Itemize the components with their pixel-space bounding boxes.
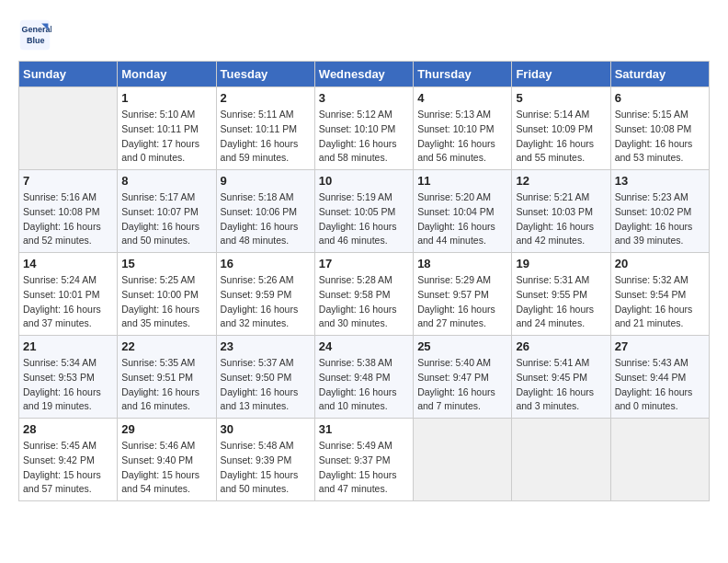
day-number: 23 — [221, 339, 311, 353]
day-info: Sunrise: 5:41 AMSunset: 9:45 PMDaylight:… — [516, 356, 606, 414]
day-info: Sunrise: 5:25 AMSunset: 10:00 PMDaylight… — [121, 273, 211, 331]
day-info: Sunrise: 5:28 AMSunset: 9:58 PMDaylight:… — [319, 273, 409, 331]
day-info: Sunrise: 5:24 AMSunset: 10:01 PMDaylight… — [23, 273, 113, 331]
col-header-saturday: Saturday — [610, 62, 709, 87]
col-header-thursday: Thursday — [414, 62, 512, 87]
day-number: 15 — [121, 257, 211, 270]
day-number: 3 — [319, 91, 409, 105]
day-number: 4 — [417, 91, 507, 105]
day-number: 8 — [121, 174, 211, 188]
calendar-cell: 22Sunrise: 5:35 AMSunset: 9:51 PMDayligh… — [118, 336, 216, 419]
day-number: 7 — [23, 174, 113, 188]
calendar-week-row: 7Sunrise: 5:16 AMSunset: 10:08 PMDayligh… — [19, 170, 710, 253]
day-number: 6 — [615, 91, 705, 105]
col-header-sunday: Sunday — [19, 62, 118, 87]
calendar-cell: 28Sunrise: 5:45 AMSunset: 9:42 PMDayligh… — [19, 419, 118, 501]
calendar-cell: 21Sunrise: 5:34 AMSunset: 9:53 PMDayligh… — [19, 336, 118, 419]
day-number: 1 — [121, 91, 211, 105]
day-info: Sunrise: 5:49 AMSunset: 9:37 PMDaylight:… — [319, 439, 409, 497]
day-info: Sunrise: 5:40 AMSunset: 9:47 PMDaylight:… — [417, 356, 507, 414]
day-number: 17 — [319, 257, 409, 270]
day-number: 19 — [516, 257, 606, 270]
day-info: Sunrise: 5:34 AMSunset: 9:53 PMDaylight:… — [23, 356, 113, 414]
calendar-cell: 8Sunrise: 5:17 AMSunset: 10:07 PMDayligh… — [118, 170, 216, 253]
col-header-tuesday: Tuesday — [216, 62, 314, 87]
day-info: Sunrise: 5:10 AMSunset: 10:11 PMDaylight… — [121, 108, 211, 166]
calendar-cell: 30Sunrise: 5:48 AMSunset: 9:39 PMDayligh… — [216, 419, 314, 501]
day-info: Sunrise: 5:12 AMSunset: 10:10 PMDaylight… — [319, 108, 409, 166]
calendar-cell: 16Sunrise: 5:26 AMSunset: 9:59 PMDayligh… — [216, 253, 314, 336]
calendar-table: SundayMondayTuesdayWednesdayThursdayFrid… — [18, 61, 710, 501]
calendar-cell — [19, 87, 118, 170]
calendar-cell — [512, 419, 610, 501]
day-number: 24 — [319, 339, 409, 353]
calendar-cell: 26Sunrise: 5:41 AMSunset: 9:45 PMDayligh… — [512, 336, 610, 419]
day-info: Sunrise: 5:18 AMSunset: 10:06 PMDaylight… — [221, 190, 311, 248]
day-info: Sunrise: 5:29 AMSunset: 9:57 PMDaylight:… — [417, 273, 507, 331]
calendar-week-row: 21Sunrise: 5:34 AMSunset: 9:53 PMDayligh… — [19, 336, 710, 419]
day-info: Sunrise: 5:16 AMSunset: 10:08 PMDaylight… — [23, 190, 113, 248]
day-number: 9 — [221, 174, 311, 188]
day-info: Sunrise: 5:15 AMSunset: 10:08 PMDaylight… — [615, 108, 705, 166]
calendar-cell: 14Sunrise: 5:24 AMSunset: 10:01 PMDaylig… — [19, 253, 118, 336]
calendar-cell: 11Sunrise: 5:20 AMSunset: 10:04 PMDaylig… — [414, 170, 512, 253]
calendar-cell: 19Sunrise: 5:31 AMSunset: 9:55 PMDayligh… — [512, 253, 610, 336]
day-number: 27 — [615, 339, 705, 353]
day-info: Sunrise: 5:37 AMSunset: 9:50 PMDaylight:… — [221, 356, 311, 414]
day-number: 29 — [121, 422, 211, 436]
calendar-cell: 6Sunrise: 5:15 AMSunset: 10:08 PMDayligh… — [610, 87, 709, 170]
day-info: Sunrise: 5:45 AMSunset: 9:42 PMDaylight:… — [23, 439, 113, 497]
day-info: Sunrise: 5:48 AMSunset: 9:39 PMDaylight:… — [221, 439, 311, 497]
calendar-cell: 18Sunrise: 5:29 AMSunset: 9:57 PMDayligh… — [414, 253, 512, 336]
day-info: Sunrise: 5:46 AMSunset: 9:40 PMDaylight:… — [121, 439, 211, 497]
day-number: 26 — [516, 339, 606, 353]
day-number: 21 — [23, 339, 113, 353]
calendar-week-row: 28Sunrise: 5:45 AMSunset: 9:42 PMDayligh… — [19, 419, 710, 501]
day-info: Sunrise: 5:38 AMSunset: 9:48 PMDaylight:… — [319, 356, 409, 414]
calendar-cell — [610, 419, 709, 501]
day-number: 2 — [221, 91, 311, 105]
day-info: Sunrise: 5:13 AMSunset: 10:10 PMDaylight… — [417, 108, 507, 166]
day-info: Sunrise: 5:19 AMSunset: 10:05 PMDaylight… — [319, 190, 409, 248]
calendar-cell: 9Sunrise: 5:18 AMSunset: 10:06 PMDayligh… — [216, 170, 314, 253]
day-info: Sunrise: 5:43 AMSunset: 9:44 PMDaylight:… — [615, 356, 705, 414]
calendar-cell: 17Sunrise: 5:28 AMSunset: 9:58 PMDayligh… — [314, 253, 413, 336]
calendar-cell: 4Sunrise: 5:13 AMSunset: 10:10 PMDayligh… — [414, 87, 512, 170]
calendar-cell: 29Sunrise: 5:46 AMSunset: 9:40 PMDayligh… — [118, 419, 216, 501]
calendar-cell: 3Sunrise: 5:12 AMSunset: 10:10 PMDayligh… — [314, 87, 413, 170]
calendar-cell: 7Sunrise: 5:16 AMSunset: 10:08 PMDayligh… — [19, 170, 118, 253]
day-info: Sunrise: 5:21 AMSunset: 10:03 PMDaylight… — [516, 190, 606, 248]
svg-text:Blue: Blue — [27, 36, 45, 45]
calendar-cell: 15Sunrise: 5:25 AMSunset: 10:00 PMDaylig… — [118, 253, 216, 336]
day-number: 13 — [615, 174, 705, 188]
page-header: General Blue — [18, 18, 710, 52]
day-number: 20 — [615, 257, 705, 270]
day-info: Sunrise: 5:20 AMSunset: 10:04 PMDaylight… — [417, 190, 507, 248]
day-number: 30 — [221, 422, 311, 436]
day-number: 18 — [417, 257, 507, 270]
calendar-cell: 25Sunrise: 5:40 AMSunset: 9:47 PMDayligh… — [414, 336, 512, 419]
calendar-week-row: 14Sunrise: 5:24 AMSunset: 10:01 PMDaylig… — [19, 253, 710, 336]
calendar-cell: 5Sunrise: 5:14 AMSunset: 10:09 PMDayligh… — [512, 87, 610, 170]
calendar-cell: 2Sunrise: 5:11 AMSunset: 10:11 PMDayligh… — [216, 87, 314, 170]
day-number: 14 — [23, 257, 113, 270]
col-header-monday: Monday — [118, 62, 216, 87]
day-info: Sunrise: 5:31 AMSunset: 9:55 PMDaylight:… — [516, 273, 606, 331]
day-number: 31 — [319, 422, 409, 436]
day-number: 25 — [417, 339, 507, 353]
calendar-cell: 1Sunrise: 5:10 AMSunset: 10:11 PMDayligh… — [118, 87, 216, 170]
day-number: 16 — [221, 257, 311, 270]
logo-icon: General Blue — [18, 18, 51, 52]
col-header-friday: Friday — [512, 62, 610, 87]
col-header-wednesday: Wednesday — [314, 62, 413, 87]
day-info: Sunrise: 5:23 AMSunset: 10:02 PMDaylight… — [615, 190, 705, 248]
calendar-cell: 24Sunrise: 5:38 AMSunset: 9:48 PMDayligh… — [314, 336, 413, 419]
day-number: 22 — [121, 339, 211, 353]
day-info: Sunrise: 5:32 AMSunset: 9:54 PMDaylight:… — [615, 273, 705, 331]
day-number: 28 — [23, 422, 113, 436]
day-info: Sunrise: 5:17 AMSunset: 10:07 PMDaylight… — [121, 190, 211, 248]
day-info: Sunrise: 5:26 AMSunset: 9:59 PMDaylight:… — [221, 273, 311, 331]
calendar-cell: 13Sunrise: 5:23 AMSunset: 10:02 PMDaylig… — [610, 170, 709, 253]
calendar-cell: 31Sunrise: 5:49 AMSunset: 9:37 PMDayligh… — [314, 419, 413, 501]
logo: General Blue — [18, 18, 55, 52]
